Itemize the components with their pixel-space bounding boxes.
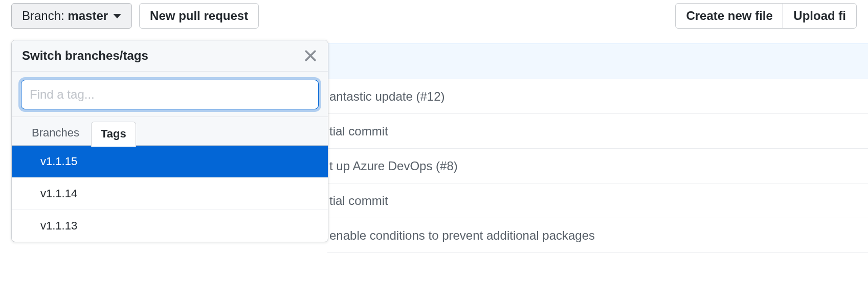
branch-name-label: master bbox=[68, 9, 108, 23]
commit-row[interactable]: antastic update (#12) bbox=[327, 79, 868, 114]
commit-row[interactable]: enable conditions to prevent additional … bbox=[327, 218, 868, 253]
popover-tabbar: Branches Tags bbox=[12, 117, 328, 146]
toolbar: Branch: master New pull request Create n… bbox=[0, 0, 868, 34]
branch-prefix-label: Branch: bbox=[22, 9, 64, 23]
commit-row[interactable]: t up Azure DevOps (#8) bbox=[327, 149, 868, 183]
commit-header-strip bbox=[327, 43, 868, 79]
caret-down-icon bbox=[113, 14, 121, 18]
tab-tags[interactable]: Tags bbox=[91, 122, 136, 147]
commit-row[interactable]: tial commit bbox=[327, 114, 868, 149]
commit-row[interactable]: tial commit bbox=[327, 183, 868, 218]
create-new-file-button[interactable]: Create new file bbox=[675, 3, 783, 29]
popover-header: Switch branches/tags bbox=[12, 40, 328, 72]
close-icon[interactable] bbox=[303, 49, 318, 63]
commit-list-background: antastic update (#12) tial commit t up A… bbox=[327, 43, 868, 253]
branch-tag-popover: Switch branches/tags Branches Tags v1.1.… bbox=[11, 40, 328, 242]
upload-files-button[interactable]: Upload fi bbox=[783, 3, 857, 29]
file-action-group: Create new file Upload fi bbox=[675, 3, 857, 29]
tag-search-input[interactable] bbox=[21, 80, 319, 109]
tag-item[interactable]: v1.1.14 bbox=[12, 177, 328, 210]
popover-title: Switch branches/tags bbox=[22, 49, 148, 63]
tag-list: v1.1.15 v1.1.14 v1.1.13 bbox=[12, 146, 328, 242]
tag-item[interactable]: v1.1.13 bbox=[12, 210, 328, 242]
tab-branches[interactable]: Branches bbox=[22, 121, 89, 146]
branch-select-button[interactable]: Branch: master bbox=[11, 3, 132, 29]
popover-search-wrap bbox=[12, 72, 328, 117]
new-pull-request-button[interactable]: New pull request bbox=[139, 3, 259, 29]
tag-item[interactable]: v1.1.15 bbox=[12, 146, 328, 177]
